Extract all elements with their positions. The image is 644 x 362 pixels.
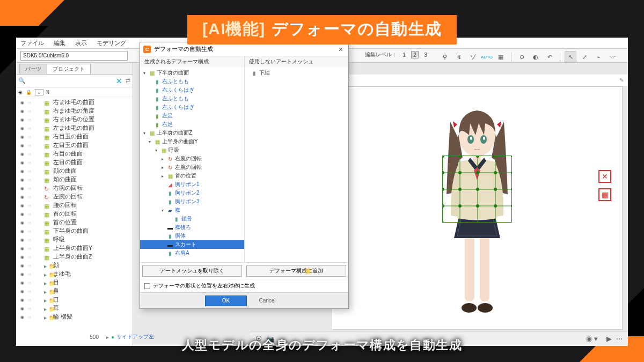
dlg-tree-row[interactable]: ▮胸リボン3 xyxy=(140,197,244,206)
dlg-tree-row[interactable]: ▮右ふともも xyxy=(140,77,244,86)
dialog-close-button[interactable]: × xyxy=(336,45,345,54)
sdk-select[interactable]: SDK5.0/Cubism5.0 xyxy=(20,51,128,61)
tree-row[interactable]: ◉○▦上半身の曲面Z xyxy=(16,253,133,261)
tree-row[interactable]: ◉○▦右まゆ毛の位置 xyxy=(16,115,133,124)
tool-lasso-icon[interactable]: ◐ xyxy=(530,51,541,63)
play-icon[interactable]: ▶ xyxy=(606,335,612,343)
tool-mesh-icon[interactable]: ▦ xyxy=(495,51,507,63)
eye-header-icon[interactable]: ◉ xyxy=(18,90,23,95)
tree-row[interactable]: ◉○▸ 📁目 xyxy=(16,278,133,287)
dlg-tree-row[interactable]: ◢胸リボン1 xyxy=(140,180,244,189)
checkbox-icon[interactable] xyxy=(144,283,150,289)
tree-row[interactable]: ◉○↻右腕の回転 xyxy=(16,184,133,193)
dlg-tree-row[interactable]: ▾▦上半身の曲面Y xyxy=(140,137,244,146)
tree-row[interactable]: ◉○▸ 📁輪 横髪 xyxy=(16,313,133,321)
reorder-icon[interactable]: ⇅ xyxy=(46,90,50,95)
tree-row[interactable]: ◉○▦首の回転 xyxy=(16,210,133,218)
cancel-button[interactable]: Cancel xyxy=(251,298,283,304)
tool-auto-icon[interactable]: AUTO xyxy=(481,51,493,63)
menu-modeling[interactable]: モデリング xyxy=(97,39,126,47)
dlg-tree-row[interactable]: ▾▰襟 xyxy=(140,206,244,215)
dlg-tree-row[interactable]: ▾▦下半身の曲面 xyxy=(140,69,244,77)
tree-row[interactable]: ◉○▸ 📁口 xyxy=(16,295,133,304)
tool-anchor-icon[interactable]: ⚲ xyxy=(439,51,451,63)
edit-level-1[interactable]: 1 xyxy=(400,51,408,58)
unused-item[interactable]: ▮ 下絵 xyxy=(245,69,349,77)
unused-tree[interactable]: ▮ 下絵 xyxy=(245,67,349,262)
tree-row[interactable]: ◉○▸ 📁耳 xyxy=(16,304,133,313)
tree-row[interactable]: ◉○▦右まゆ毛の角度 xyxy=(16,107,133,115)
view-icon[interactable]: ◉ ▾ xyxy=(586,335,598,343)
tool-brush-icon[interactable]: ↶ xyxy=(544,51,555,63)
symmetric-checkbox-row[interactable]: デフォーマの形状と位置を左右対称に生成 xyxy=(140,279,348,292)
dlg-tree-row[interactable]: ▬襟後ろ xyxy=(140,223,244,232)
tree-row[interactable]: ◉○▦左目の曲面 xyxy=(16,158,133,167)
menu-view[interactable]: 表示 xyxy=(75,39,87,47)
dlg-tree-row[interactable]: ▮鎖骨 xyxy=(140,215,244,223)
tool-glue-icon[interactable]: 〰 xyxy=(606,51,618,63)
tree-row[interactable]: ◉○▦右目の曲面 xyxy=(16,150,133,158)
tree-row[interactable]: ◉○▦下半身の曲面 xyxy=(16,227,133,235)
dlg-tree-row[interactable]: ▬スカート xyxy=(140,240,244,249)
tool-arrow-icon[interactable]: ↖ xyxy=(565,51,576,63)
cursor-highlight xyxy=(304,267,312,276)
lock-header-icon[interactable]: 🔒 xyxy=(26,90,32,95)
tree-row[interactable]: ◉○▦右目玉の曲面 xyxy=(16,132,133,141)
tree-row[interactable]: ◉○▦首の位置 xyxy=(16,218,133,227)
tree-row[interactable]: ◉○▦左目玉の曲面 xyxy=(16,141,133,150)
menu-file[interactable]: ファイル xyxy=(20,39,44,47)
dlg-tree-row[interactable]: ▸↻左腕の回転 xyxy=(140,163,244,172)
tool-eyedrop-icon[interactable]: ⊙ xyxy=(516,51,528,63)
tab-project[interactable]: プロジェクト xyxy=(47,64,91,74)
dlg-tree-row[interactable]: ▮右足 xyxy=(140,120,244,129)
tool-pin-icon[interactable]: ↯ xyxy=(453,51,465,63)
expand-icon[interactable]: ⇄ xyxy=(126,77,130,84)
dlg-tree-row[interactable]: ▮胸リボン2 xyxy=(140,189,244,197)
character-model[interactable] xyxy=(421,98,533,323)
add-to-structure-button[interactable]: デフォーマ構成に追加 xyxy=(246,265,346,277)
dlg-tree-row[interactable]: ▸↻右腕の回転 xyxy=(140,154,244,163)
dlg-tree-row[interactable]: ▾▦呼吸 xyxy=(140,146,244,154)
tree-row[interactable]: ◉○▦左まゆ毛の曲面 xyxy=(16,124,133,132)
tab-parts[interactable]: パーツ xyxy=(19,64,47,74)
search-icon[interactable]: 🔍 xyxy=(18,77,26,84)
dlg-tree-row[interactable]: ▸▦首の位置 xyxy=(140,172,244,180)
remove-artmesh-button[interactable]: アートメッシュを取り除く xyxy=(142,265,242,277)
tree-row[interactable]: ◉○▦顔の曲面 xyxy=(16,167,133,175)
wand-icon[interactable]: ✎ xyxy=(619,77,624,83)
dropdown-icon[interactable]: ⌄ xyxy=(35,89,43,95)
svg-point-27 xyxy=(458,188,462,191)
dlg-tree-row[interactable]: ▾▦上半身の曲面Z xyxy=(140,129,244,137)
generated-tree[interactable]: ▾▦下半身の曲面▮右ふともも▮右ふくらはぎ▮左ふともも▮左ふくらはぎ▮左足▮右足… xyxy=(140,67,244,262)
mask-icon[interactable]: ✕ xyxy=(116,77,122,85)
dlg-tree-row[interactable]: ▮左足 xyxy=(140,112,244,120)
tree-row[interactable]: ◉○▸ 📁顔 xyxy=(16,261,133,270)
deformer-box[interactable] xyxy=(442,156,512,223)
edit-level-3[interactable]: 3 xyxy=(422,51,429,58)
ok-button[interactable]: OK xyxy=(205,295,247,306)
tree-row[interactable]: ◉○▦頬の曲面 xyxy=(16,175,133,184)
dlg-tree-row[interactable]: ▮左ふくらはぎ xyxy=(140,103,244,112)
grid-deformer-button[interactable]: ▦ xyxy=(598,188,611,201)
tree-row[interactable]: ◉○▦呼吸 xyxy=(16,235,133,244)
menu-edit[interactable]: 編集 xyxy=(54,39,65,47)
dlg-tree-row[interactable]: ▮胴体 xyxy=(140,232,244,240)
parts-tree[interactable]: ◉○▦右まゆ毛の曲面◉○▦右まゆ毛の角度◉○▦右まゆ毛の位置◉○▦左まゆ毛の曲面… xyxy=(16,97,133,322)
delete-deformer-button[interactable]: ✕ xyxy=(598,170,611,183)
tree-row[interactable]: ◉○▸ 📁まゆ毛 xyxy=(16,270,133,278)
tree-row[interactable]: ◉○▦上半身の曲面Y xyxy=(16,244,133,253)
dlg-tree-row[interactable]: ▮左ふともも xyxy=(140,94,244,103)
tree-row[interactable]: ◉○▸ 📁鼻 xyxy=(16,287,133,295)
viewport[interactable]: ✕ ▦ xyxy=(332,86,623,330)
tool-scale-icon[interactable]: ⤢ xyxy=(579,51,590,63)
tree-row[interactable]: ◉○▦腰の回転 xyxy=(16,201,133,210)
tool-path-icon[interactable]: ゾ xyxy=(467,51,479,63)
banner-title: デフォーマの自動生成 xyxy=(272,18,442,40)
dlg-tree-row[interactable]: ▮右ふくらはぎ xyxy=(140,86,244,94)
tree-row[interactable]: ◉○▦右まゆ毛の曲面 xyxy=(16,98,133,107)
tool-warp-icon[interactable]: ⌁ xyxy=(592,51,604,63)
edit-level-2[interactable]: 2 xyxy=(411,51,419,58)
dlg-tree-row[interactable]: ▮右肩A xyxy=(140,249,244,257)
more-icon[interactable]: ⋯ xyxy=(616,335,623,343)
tree-row[interactable]: ◉○↻左腕の回転 xyxy=(16,193,133,201)
